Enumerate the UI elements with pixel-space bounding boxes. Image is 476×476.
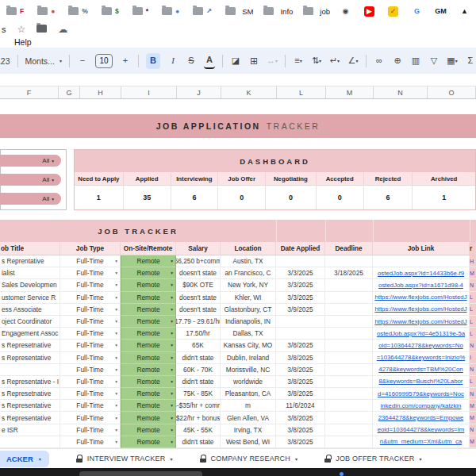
job-title-cell[interactable]: e ISR <box>0 424 60 436</box>
deadline-cell[interactable] <box>325 292 373 304</box>
date-applied-cell[interactable]: 3/8/2025 <box>276 412 325 424</box>
date-applied-cell[interactable] <box>276 255 325 267</box>
date-applied-cell[interactable]: 3/8/2025 <box>276 352 325 364</box>
job-type-dropdown[interactable]: Full-Time▾ <box>60 267 121 279</box>
decrease-font-button[interactable]: − <box>77 53 88 69</box>
salary-cell[interactable]: 60K - 70K <box>176 364 221 376</box>
bookmark-folder[interactable]: % <box>68 7 91 15</box>
salary-cell[interactable]: doesn't state <box>176 304 221 316</box>
onsite-remote-dropdown[interactable]: Remote▾ <box>121 304 176 316</box>
sheet-tab[interactable]: COMPANY RESEARCH ▾ <box>200 455 298 463</box>
job-link-cell[interactable]: old=103644278&keywords=No <box>373 340 470 351</box>
onsite-remote-dropdown[interactable]: Remote▾ <box>121 255 176 267</box>
job-link-cell[interactable]: d=4160999579&keywords=Noc <box>373 388 470 400</box>
salary-cell[interactable]: didn't state <box>176 376 221 388</box>
date-applied-cell[interactable]: 3/8/2025 <box>276 340 325 351</box>
job-type-dropdown[interactable]: Full-Time▾ <box>60 316 121 328</box>
bookmark-site[interactable]: ◉ <box>340 6 356 17</box>
deadline-cell[interactable] <box>325 388 373 400</box>
job-title-cell[interactable] <box>0 364 60 376</box>
salary-cell[interactable]: doesn't state <box>176 292 221 304</box>
location-cell[interactable]: West Bend, WI <box>221 436 276 448</box>
location-cell[interactable]: Morissville, NC <box>221 364 276 376</box>
deadline-cell[interactable] <box>325 436 373 448</box>
star-icon[interactable]: ☆ <box>17 25 26 34</box>
bookmark-folder[interactable]: ● <box>37 7 58 15</box>
date-applied-cell[interactable]: 3/3/2025 <box>276 267 325 279</box>
deadline-cell[interactable] <box>325 304 373 316</box>
onsite-remote-dropdown[interactable]: Remote▾ <box>121 376 176 388</box>
deadline-cell[interactable] <box>325 255 373 267</box>
location-cell[interactable]: Kansas City, MO <box>221 340 276 351</box>
sheet-tab[interactable]: JOB OFFER TRACKER ▾ <box>324 455 421 463</box>
location-cell[interactable]: New York, NY <box>221 279 276 291</box>
dashboard-value-cell[interactable]: 35 <box>124 186 171 209</box>
date-applied-cell[interactable]: 3/3/2025 <box>276 292 325 304</box>
onsite-remote-dropdown[interactable]: Remote▾ <box>121 267 176 279</box>
location-cell[interactable]: worldwide <box>221 376 276 388</box>
date-applied-cell[interactable]: 3/8/2025 <box>276 376 325 388</box>
font-family-select[interactable]: Monts... ▾ <box>25 56 62 66</box>
job-link-cell[interactable]: https://www.flexjobs.com/HostedJ <box>373 292 470 304</box>
deadline-cell[interactable] <box>325 279 373 291</box>
bookmark-folder[interactable]: Info <box>263 7 293 16</box>
job-link-cell[interactable]: ostedJob.aspx?id=4e51319e-5a <box>373 328 470 340</box>
job-type-dropdown[interactable]: Full-Time▾ <box>60 279 121 291</box>
job-link-cell[interactable]: =103644278&keywords=Inizio% <box>373 352 470 364</box>
strikethrough-button[interactable]: S <box>186 53 197 69</box>
deadline-cell[interactable] <box>325 400 373 412</box>
job-title-cell[interactable]: Sales Developmen <box>0 279 60 291</box>
location-cell[interactable]: Indianapolis, IN <box>221 316 276 328</box>
filter-dropdown[interactable]: All ▾ <box>0 174 61 186</box>
dashboard-value-cell[interactable]: 1 <box>75 186 124 209</box>
salary-cell[interactable]: 17.79 - 29.61/hr <box>176 316 221 328</box>
bookmark-folder[interactable]: job <box>303 7 330 16</box>
job-link-cell[interactable]: n&utm_medium=Xml&utm_ca <box>373 436 470 448</box>
location-cell[interactable]: an Francisco, C <box>221 267 276 279</box>
salary-cell[interactable]: 65K <box>176 340 221 351</box>
filter-views-button[interactable]: ▦▾ <box>447 53 458 69</box>
filter-dropdown[interactable]: All ▾ <box>0 193 61 205</box>
column-header[interactable]: O <box>428 86 476 98</box>
job-link-cell[interactable]: https://www.flexjobs.com/HostedJ <box>373 316 470 328</box>
dashboard-value-cell[interactable]: 0 <box>218 186 266 209</box>
bookmark-folder[interactable]: SM <box>225 7 253 16</box>
column-header[interactable]: G <box>59 86 80 98</box>
increase-font-button[interactable]: + <box>120 53 131 69</box>
job-title-cell[interactable]: s Representative <box>0 352 60 364</box>
job-type-dropdown[interactable]: Full-Time▾ <box>60 352 121 364</box>
job-type-dropdown[interactable]: Full-Time▾ <box>60 400 121 412</box>
horizontal-align-button[interactable]: ≡▾ <box>293 53 304 69</box>
job-title-cell[interactable]: s Representative - I <box>0 376 60 388</box>
column-header[interactable]: K <box>221 86 277 98</box>
location-cell[interactable]: Austin, TX <box>221 255 276 267</box>
onsite-remote-dropdown[interactable]: Remote▾ <box>121 340 176 351</box>
insert-link-button[interactable]: ∞ <box>374 53 385 69</box>
salary-cell[interactable]: 75K - 85K <box>176 388 221 400</box>
date-applied-cell[interactable]: 3/3/2025 <box>276 279 325 291</box>
text-color-button[interactable]: A <box>204 53 215 69</box>
job-link-cell[interactable]: 4278&keywords=TBM%20Con <box>373 364 470 376</box>
deadline-cell[interactable] <box>325 328 373 340</box>
font-size-input[interactable]: 10 <box>95 54 113 68</box>
salary-cell[interactable]: didn't state <box>176 352 221 364</box>
job-title-cell[interactable]: s Representative <box>0 400 60 412</box>
text-rotation-button[interactable]: ∠▾ <box>347 53 359 69</box>
deadline-cell[interactable] <box>325 352 373 364</box>
salary-cell[interactable]: 5-$35/hr + comm <box>176 400 221 412</box>
job-title-cell[interactable]: s Representative <box>0 412 60 424</box>
job-type-dropdown[interactable]: Full-Time▾ <box>60 424 121 436</box>
date-applied-cell[interactable] <box>276 328 325 340</box>
job-link-cell[interactable]: ostedJob.aspx?id=14433b6e-f9 <box>373 267 470 279</box>
date-applied-cell[interactable]: 3/8/2025 <box>276 424 325 436</box>
tab-job-tracker-active[interactable]: ACKER ▾ <box>0 451 49 467</box>
job-link-cell[interactable]: eold=103644278&keywords=Im <box>373 424 470 436</box>
job-title-cell[interactable]: ess Associate <box>0 304 60 316</box>
bookmark-site[interactable]: ✓ <box>388 6 404 17</box>
job-link-cell[interactable]: 8&keywords=Buschi%20Labor <box>373 376 470 388</box>
column-header[interactable]: I <box>121 86 177 98</box>
onsite-remote-dropdown[interactable]: Remote▾ <box>121 364 176 376</box>
salary-cell[interactable]: $22/hr + bonus <box>176 412 221 424</box>
bookmark-folder[interactable]: ↗ <box>193 7 215 15</box>
location-cell[interactable]: Dallas, TX <box>221 328 276 340</box>
